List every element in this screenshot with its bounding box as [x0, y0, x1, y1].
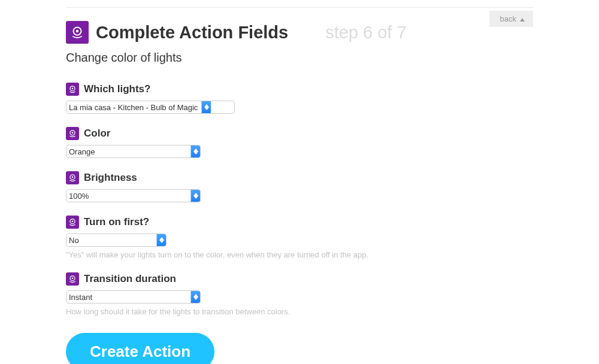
lifx-icon	[66, 83, 79, 96]
svg-marker-18	[159, 240, 164, 243]
caret-up-icon	[520, 14, 525, 23]
svg-point-4	[72, 87, 74, 89]
svg-marker-10	[193, 151, 198, 154]
field-which-lights: Which lights? La mia casa - Kitchen - Bu…	[66, 83, 533, 114]
field-brightness: Brightness 100%	[66, 171, 533, 202]
header: Complete Action Fields step 6 of 7	[66, 21, 533, 44]
svg-point-16	[72, 220, 74, 222]
select-arrows-icon	[190, 145, 200, 157]
lifx-icon	[66, 216, 79, 229]
select-arrows-icon	[201, 101, 211, 113]
svg-point-2	[76, 30, 78, 32]
lifx-icon	[66, 272, 79, 286]
select-arrows-icon	[156, 234, 166, 246]
svg-marker-14	[193, 196, 198, 199]
svg-point-8	[72, 132, 74, 134]
color-select[interactable]: Orange	[66, 145, 201, 158]
svg-point-12	[72, 176, 74, 178]
field-label: Color	[84, 128, 110, 139]
select-value: Orange	[66, 145, 190, 157]
svg-marker-22	[193, 297, 198, 300]
field-label: Brightness	[84, 172, 137, 184]
select-value: 100%	[66, 190, 190, 202]
turn-on-first-select[interactable]: No	[66, 233, 167, 247]
field-label: Transition duration	[84, 273, 176, 285]
select-value: No	[66, 234, 156, 246]
lifx-icon	[66, 127, 79, 140]
select-value: Instant	[66, 291, 190, 303]
field-turn-on-first: Turn on first? No "Yes" will make your l…	[66, 216, 533, 259]
lifx-icon	[66, 171, 79, 184]
field-helper: How long should it take for the lights t…	[66, 307, 533, 316]
svg-marker-6	[204, 107, 209, 110]
select-arrows-icon	[190, 190, 200, 202]
lifx-icon	[66, 21, 89, 44]
select-arrows-icon	[190, 291, 200, 303]
svg-marker-0	[520, 18, 525, 22]
create-action-button[interactable]: Create Action	[66, 333, 214, 364]
page-subtitle: Change color of lights	[66, 51, 533, 65]
back-button-label: back	[500, 14, 516, 23]
field-transition-duration: Transition duration Instant How long sho…	[66, 272, 533, 316]
field-helper: "Yes" will make your lights turn on to t…	[66, 250, 533, 259]
select-value: La mia casa - Kitchen - Bulb of Magic	[66, 101, 201, 113]
field-label: Which lights?	[84, 83, 150, 95]
step-indicator: step 6 of 7	[325, 23, 406, 43]
brightness-select[interactable]: 100%	[66, 189, 201, 202]
field-label: Turn on first?	[84, 216, 149, 228]
svg-point-20	[72, 277, 74, 279]
back-button[interactable]: back	[489, 11, 533, 27]
page-title: Complete Action Fields	[96, 23, 288, 43]
transition-duration-select[interactable]: Instant	[66, 290, 201, 304]
which-lights-select[interactable]: La mia casa - Kitchen - Bulb of Magic	[66, 101, 235, 114]
field-color: Color Orange	[66, 127, 533, 158]
